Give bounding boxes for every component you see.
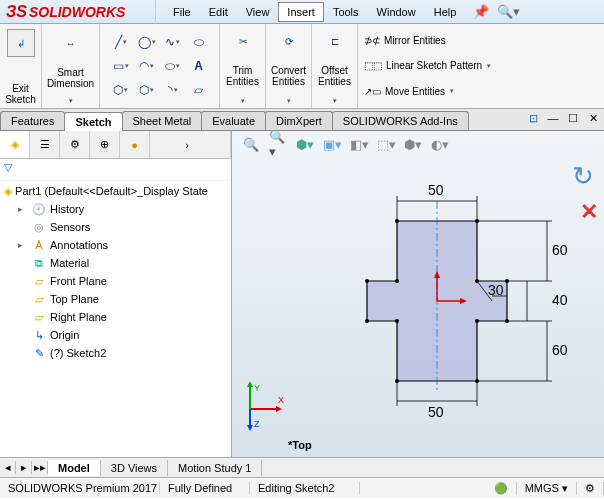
tab-prev-button[interactable]: ◂ xyxy=(0,461,16,474)
expand-icon[interactable]: ▸ xyxy=(18,240,28,250)
point-tool-icon[interactable]: ⬡▾ xyxy=(138,83,156,97)
menu-view[interactable]: View xyxy=(237,2,279,22)
tree-item[interactable]: ▸ĀAnnotations xyxy=(0,236,231,254)
feature-tree-icon: ◈ xyxy=(11,138,19,151)
svg-point-10 xyxy=(475,319,479,323)
bottom-tab-model[interactable]: Model xyxy=(48,460,101,476)
scene-icon[interactable]: ⬚▾ xyxy=(377,135,395,153)
caret-icon: ▾ xyxy=(69,97,73,105)
menu-insert[interactable]: Insert xyxy=(278,2,324,22)
spline-tool-icon[interactable]: ∿▾ xyxy=(164,35,182,49)
tab-last-button[interactable]: ▸▸ xyxy=(32,461,48,474)
close-window-icon[interactable]: ✕ xyxy=(586,111,600,125)
tree-item[interactable]: ⧉Material xyxy=(0,254,231,272)
appearance-drop-icon[interactable]: ⬢▾ xyxy=(404,135,422,153)
tree-tabs: ◈ ☰ ⚙ ⊕ ● › xyxy=(0,131,231,159)
menu-edit[interactable]: Edit xyxy=(200,2,237,22)
section-view-icon[interactable]: ◧▾ xyxy=(350,135,368,153)
status-units[interactable]: MMGS ▾ xyxy=(517,482,577,495)
slot-tool-icon[interactable]: ⬭▾ xyxy=(164,59,182,73)
restore-icon[interactable]: ⊡ xyxy=(526,111,540,125)
status-bar: SOLIDWORKS Premium 2017 x64 E… Fully Def… xyxy=(0,477,604,498)
tab-next-button[interactable]: ▸ xyxy=(16,461,32,474)
status-product: SOLIDWORKS Premium 2017 x64 E… xyxy=(0,482,160,494)
exit-sketch-button[interactable]: ↲ Exit Sketch xyxy=(0,24,42,108)
maximize-icon[interactable]: ☐ xyxy=(566,111,580,125)
pattern-tools-group: ⊅⊄ Mirror Entities ⬚⬚ Linear Sketch Patt… xyxy=(358,24,604,108)
minimize-icon[interactable]: ― xyxy=(546,111,560,125)
search-icon[interactable]: 🔍▾ xyxy=(497,4,520,19)
tree-tab-appearance[interactable]: ● xyxy=(120,131,150,158)
tab-sketch[interactable]: Sketch xyxy=(64,112,122,131)
convert-icon: ⟳ xyxy=(285,36,293,47)
svg-point-14 xyxy=(365,319,369,323)
linear-pattern-button[interactable]: ⬚⬚ Linear Sketch Pattern▾ xyxy=(364,60,598,71)
mirror-entities-button[interactable]: ⊅⊄ Mirror Entities xyxy=(364,35,598,46)
trim-label: Trim Entities xyxy=(225,65,260,87)
convert-entities-button[interactable]: ⟳ Convert Entities ▾ xyxy=(266,24,312,108)
tree-item[interactable]: ✎(?) Sketch2 xyxy=(0,344,231,362)
ellipse-tool-icon[interactable]: ⬭ xyxy=(190,35,208,49)
svg-marker-37 xyxy=(247,425,253,431)
material-icon: ⧉ xyxy=(32,256,46,270)
text-tool-icon[interactable]: A xyxy=(190,59,208,73)
tree-item[interactable]: ◎Sensors xyxy=(0,218,231,236)
menu-tools[interactable]: Tools xyxy=(324,2,368,22)
tree-item[interactable]: ▱Front Plane xyxy=(0,272,231,290)
tree-tab-expand[interactable]: › xyxy=(150,131,231,158)
tab-sheet-metal[interactable]: Sheet Metal xyxy=(122,111,203,130)
bottom-tab-3dviews[interactable]: 3D Views xyxy=(101,460,168,476)
tree-root-item[interactable]: ◈ Part1 (Default<<Default>_Display State xyxy=(0,183,231,200)
smart-dimension-button[interactable]: ↔ Smart Dimension ▾ xyxy=(42,24,100,108)
arc-tool-icon[interactable]: ◠▾ xyxy=(138,59,156,73)
origin-icon: ↳ xyxy=(32,328,46,342)
tree-item[interactable]: ↳Origin xyxy=(0,326,231,344)
command-tabs: Features Sketch Sheet Metal Evaluate Dim… xyxy=(0,109,604,131)
motion-tabs: ◂ ▸ ▸▸ Model 3D Views Motion Study 1 xyxy=(0,457,604,477)
tree-tab-display[interactable]: ⊕ xyxy=(90,131,120,158)
pin-icon[interactable]: 📌 xyxy=(473,4,489,19)
view-name-label: *Top xyxy=(288,439,312,451)
tree-item[interactable]: ▱Right Plane xyxy=(0,308,231,326)
tab-addins[interactable]: SOLIDWORKS Add-Ins xyxy=(332,111,469,130)
status-traffic-icon[interactable]: 🟢 xyxy=(486,482,517,495)
trim-entities-button[interactable]: ✂ Trim Entities ▾ xyxy=(220,24,266,108)
tree-item[interactable]: ▱Top Plane xyxy=(0,290,231,308)
offset-label: Offset Entities xyxy=(317,65,352,87)
move-entities-button[interactable]: ↗▭ Move Entities▾ xyxy=(364,86,598,97)
bottom-tab-motion[interactable]: Motion Study 1 xyxy=(168,460,262,476)
dim-40: 40 xyxy=(552,292,568,308)
graphics-viewport[interactable]: 🔍 🔍▾ ⬢▾ ▣▾ ◧▾ ⬚▾ ⬢▾ ◐▾ ↻ ✕ xyxy=(232,131,604,457)
offset-icon: ⊏ xyxy=(331,36,339,47)
tree-tab-feature[interactable]: ◈ xyxy=(0,131,30,158)
tab-evaluate[interactable]: Evaluate xyxy=(201,111,266,130)
tab-features[interactable]: Features xyxy=(0,111,65,130)
offset-entities-button[interactable]: ⊏ Offset Entities ▾ xyxy=(312,24,358,108)
zoom-area-icon[interactable]: 🔍▾ xyxy=(269,135,287,153)
display-style-icon[interactable]: ▣▾ xyxy=(323,135,341,153)
title-bar: ЗS SOLIDWORKS File Edit View Insert Tool… xyxy=(0,0,604,24)
rectangle-tool-icon[interactable]: ▭▾ xyxy=(112,59,130,73)
tree-filter[interactable]: ▽ xyxy=(0,159,231,181)
tree-tab-property[interactable]: ☰ xyxy=(30,131,60,158)
tab-dimxpert[interactable]: DimXpert xyxy=(265,111,333,130)
hide-show-icon[interactable]: ◐▾ xyxy=(431,135,449,153)
plane-tool-icon[interactable]: ▱ xyxy=(190,83,208,97)
circle-tool-icon[interactable]: ◯▾ xyxy=(138,35,156,49)
polygon-tool-icon[interactable]: ⬡▾ xyxy=(112,83,130,97)
expand-icon[interactable]: ▸ xyxy=(18,204,28,214)
tree-tab-config[interactable]: ⚙ xyxy=(60,131,90,158)
status-gear-icon[interactable]: ⚙ xyxy=(577,482,604,495)
annotations-icon: Ā xyxy=(32,238,46,252)
tree-item[interactable]: ▸🕘History xyxy=(0,200,231,218)
menu-file[interactable]: File xyxy=(164,2,200,22)
menu-window[interactable]: Window xyxy=(368,2,425,22)
close-sketch-icon[interactable]: ✕ xyxy=(580,199,598,225)
convert-label: Convert Entities xyxy=(271,65,306,87)
line-tool-icon[interactable]: ╱▾ xyxy=(112,35,130,49)
fillet-tool-icon[interactable]: ◝▾ xyxy=(164,83,182,97)
view-orientation-icon[interactable]: ⬢▾ xyxy=(296,135,314,153)
menu-help[interactable]: Help xyxy=(425,2,466,22)
zoom-fit-icon[interactable]: 🔍 xyxy=(242,135,260,153)
ribbon: ↲ Exit Sketch ↔ Smart Dimension ▾ ╱▾ ◯▾ … xyxy=(0,24,604,109)
